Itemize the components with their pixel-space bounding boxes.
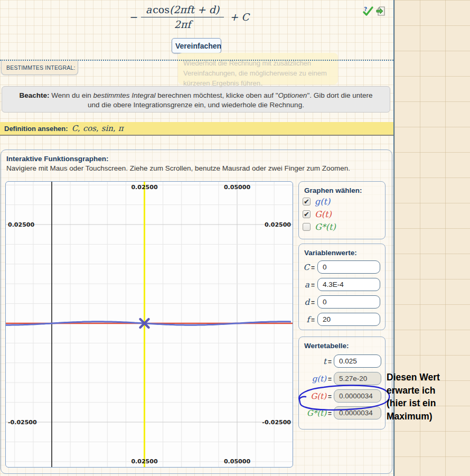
var-input-C[interactable]	[317, 260, 380, 274]
svg-text:0.05000: 0.05000	[224, 458, 250, 465]
checkbox-row-Gstar[interactable]: G*(t)	[303, 222, 336, 231]
plot-canvas[interactable]: 0.025000.025000.050000.050000.025000.025…	[6, 182, 293, 467]
tooltip-line: kürzeren Ergebnis führen.	[183, 78, 338, 88]
svg-text:-0.02500: -0.02500	[8, 419, 37, 426]
table-input-t[interactable]	[334, 354, 381, 368]
note-box: Beachte: Wenn du ein bestimmtes Integral…	[2, 86, 390, 113]
table-output-g	[334, 372, 381, 385]
fading-tooltip: Wiederholt die Rechnung mit zusätzlichen…	[178, 53, 338, 85]
table-label-g: g(t)=	[292, 374, 332, 384]
definition-link-C[interactable]: C	[72, 124, 78, 133]
table-label-Gstar: G*(t)=	[292, 408, 332, 418]
function-plot[interactable]: 0.025000.025000.050000.050000.025000.025…	[5, 181, 293, 468]
formula-numerator: a cos(2πft + d)	[141, 4, 224, 17]
graph-select-title: Graphen wählen:	[304, 186, 385, 194]
definition-link-sin[interactable]: sin	[101, 124, 113, 133]
checkbox-Gstar[interactable]	[303, 223, 311, 231]
table-label-t: t=	[292, 357, 332, 366]
open-in-new-icon[interactable]	[375, 5, 387, 17]
svg-text:0.02500: 0.02500	[131, 458, 157, 465]
var-label-f: f=	[292, 315, 315, 324]
result-toolbar: ?	[362, 5, 387, 17]
var-label-a: a=	[292, 280, 315, 290]
page-root: − a cos(2πft + d) 2πf + C Vereinfachen ?…	[0, 0, 470, 476]
graph-panel-subtitle: Navigiere mit Maus oder Touchscreen. Zie…	[6, 164, 350, 172]
section-divider	[0, 60, 393, 61]
result-formula: − a cos(2πft + d) 2πf + C	[129, 1, 249, 33]
table-output-G	[334, 389, 381, 403]
definition-label: Definition ansehen:	[4, 125, 68, 133]
checkbox-G[interactable]: ✔	[303, 210, 311, 218]
check-solution-icon[interactable]: ?	[362, 5, 374, 17]
formula-minus: −	[129, 11, 137, 23]
formula-constant: + C	[230, 11, 249, 23]
checkmark-icon: ✔	[304, 198, 309, 205]
checkbox-label-Gstar: G*(t)	[315, 222, 336, 232]
checkbox-row-G[interactable]: ✔ G(t)	[303, 209, 332, 219]
definition-link-pi[interactable]: π	[118, 124, 124, 133]
tooltip-line: Vereinfachungen, die möglicherweise zu e…	[183, 68, 338, 78]
variables-title: Variablenwerte:	[304, 249, 385, 257]
svg-text:0.02500: 0.02500	[131, 184, 157, 191]
checkbox-label-g: g(t)	[315, 197, 330, 207]
checkmark-icon: ✔	[304, 211, 309, 218]
user-annotation: Diesen Wert erwarte ich (hier ist ein Ma…	[387, 371, 470, 423]
var-input-d[interactable]	[317, 295, 380, 309]
svg-text:0.02500: 0.02500	[265, 221, 291, 228]
formula-denominator: 2πf	[174, 17, 191, 30]
value-table-title: Wertetabelle:	[304, 342, 385, 350]
svg-text:0.02500: 0.02500	[8, 221, 34, 228]
formula-fraction: a cos(2πft + d) 2πf	[141, 4, 224, 30]
var-label-d: d=	[292, 297, 315, 307]
checkbox-row-g[interactable]: ✔ g(t)	[303, 197, 330, 206]
definition-bar: Definition ansehen: C, cos, sin, π	[0, 122, 393, 136]
simplify-button[interactable]: Vereinfachen	[172, 38, 221, 53]
checkbox-g[interactable]: ✔	[303, 198, 311, 206]
var-input-a[interactable]	[317, 278, 380, 291]
var-label-C: C=	[292, 263, 315, 272]
tab-bestimmtes-integral[interactable]: BESTIMMTES INTEGRAL:	[1, 61, 78, 75]
graph-panel-title: Interaktive Funktionsgraphen:	[6, 155, 109, 163]
var-input-f[interactable]	[317, 313, 380, 326]
definition-link-cos[interactable]: cos	[83, 124, 96, 133]
table-output-Gstar	[334, 406, 381, 419]
svg-text:-0.02500: -0.02500	[262, 419, 291, 426]
checkbox-label-G: G(t)	[315, 209, 332, 219]
svg-text:0.05000: 0.05000	[224, 184, 250, 191]
table-label-G: G(t)=	[292, 391, 332, 401]
